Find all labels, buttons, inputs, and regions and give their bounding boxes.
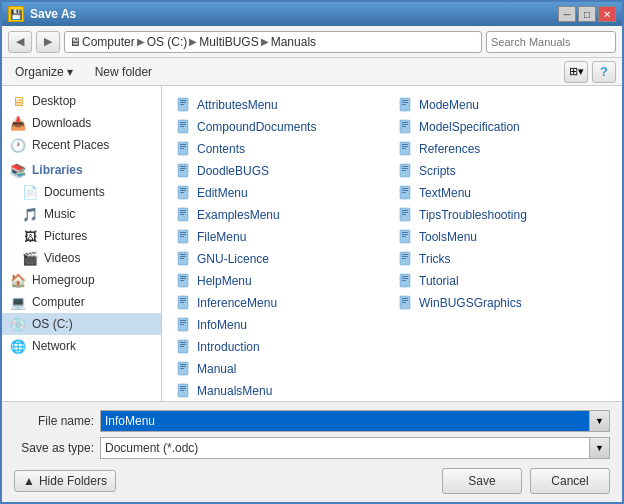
sidebar-item-recent[interactable]: 🕐 Recent Places [2, 134, 161, 156]
list-item[interactable]: InfoMenu [170, 314, 392, 336]
desktop-icon: 🖥 [10, 93, 26, 109]
filename-row: File name: ▼ [14, 410, 610, 432]
save-button[interactable]: Save [442, 468, 522, 494]
forward-button[interactable]: ▶ [36, 31, 60, 53]
minimize-button[interactable]: ─ [558, 6, 576, 22]
sidebar-item-desktop[interactable]: 🖥 Desktop [2, 90, 161, 112]
list-item[interactable]: ModeMenu [392, 94, 614, 116]
svg-rect-61 [402, 254, 408, 255]
svg-rect-3 [180, 104, 184, 105]
file-icon [176, 185, 192, 201]
file-name: ModelSpecification [419, 120, 520, 134]
list-item[interactable]: Tutorial [392, 270, 614, 292]
sidebar: 🖥 Desktop 📥 Downloads 🕐 Recent Places 📚 … [2, 86, 162, 401]
sidebar-label-computer: Computer [32, 295, 85, 309]
path-drive: OS (C:) [147, 35, 188, 49]
sidebar-item-downloads[interactable]: 📥 Downloads [2, 112, 161, 134]
file-name: Tutorial [419, 274, 459, 288]
svg-rect-26 [180, 168, 186, 169]
music-icon: 🎵 [22, 206, 38, 222]
list-item[interactable]: ModelSpecification [392, 116, 614, 138]
svg-rect-90 [180, 366, 186, 367]
organize-button[interactable]: Organize ▾ [8, 62, 80, 82]
filename-input[interactable] [100, 410, 610, 432]
savetype-dropdown-arrow[interactable]: ▼ [589, 438, 609, 458]
close-button[interactable]: ✕ [598, 6, 616, 22]
file-name: CompoundDocuments [197, 120, 316, 134]
back-button[interactable]: ◀ [8, 31, 32, 53]
maximize-button[interactable]: □ [578, 6, 596, 22]
svg-rect-81 [180, 320, 186, 321]
sidebar-item-pictures[interactable]: 🖼 Pictures [2, 225, 161, 247]
list-item[interactable]: EditMenu [170, 182, 392, 204]
list-item[interactable]: WinBUGSGraphics [392, 292, 614, 314]
path-manuals: Manuals [271, 35, 316, 49]
svg-rect-77 [402, 298, 408, 299]
list-item[interactable]: References [392, 138, 614, 160]
file-icon [176, 119, 192, 135]
list-item[interactable]: DoodleBUGS [170, 160, 392, 182]
cancel-button[interactable]: Cancel [530, 468, 610, 494]
sidebar-item-computer[interactable]: 💻 Computer [2, 291, 161, 313]
sidebar-item-homegroup[interactable]: 🏠 Homegroup [2, 269, 161, 291]
search-input[interactable] [487, 36, 624, 48]
view-options-button[interactable]: ⊞▾ [564, 61, 588, 83]
file-icon [398, 295, 414, 311]
list-item[interactable]: AttributesMenu [170, 94, 392, 116]
sidebar-item-network[interactable]: 🌐 Network [2, 335, 161, 357]
svg-rect-41 [180, 210, 186, 211]
file-icon [398, 229, 414, 245]
list-item[interactable]: HelpMenu [170, 270, 392, 292]
file-icon [398, 97, 414, 113]
list-item[interactable]: ExamplesMenu [170, 204, 392, 226]
file-icon [176, 317, 192, 333]
filename-dropdown-arrow[interactable]: ▼ [589, 411, 609, 431]
svg-rect-34 [180, 190, 186, 191]
file-icon [398, 141, 414, 157]
svg-rect-78 [402, 300, 408, 301]
svg-rect-47 [402, 214, 406, 215]
sidebar-item-osc[interactable]: 💿 OS (C:) [2, 313, 161, 335]
savetype-input[interactable] [100, 437, 610, 459]
sidebar-label-pictures: Pictures [44, 229, 87, 243]
sidebar-label-recent: Recent Places [32, 138, 109, 152]
list-item[interactable]: Contents [170, 138, 392, 160]
list-item[interactable]: Tricks [392, 248, 614, 270]
list-item[interactable]: Scripts [392, 160, 614, 182]
sidebar-item-documents[interactable]: 📄 Documents [2, 181, 161, 203]
save-as-dialog: 💾 Save As ─ □ ✕ ◀ ▶ 🖥 Computer ▶ OS (C:)… [0, 0, 624, 504]
list-item [392, 358, 614, 380]
sidebar-item-music[interactable]: 🎵 Music [2, 203, 161, 225]
svg-rect-17 [180, 144, 186, 145]
svg-rect-57 [180, 254, 186, 255]
list-item[interactable]: ToolsMenu [392, 226, 614, 248]
list-item[interactable]: TipsTroubleshooting [392, 204, 614, 226]
list-item[interactable]: TextMenu [392, 182, 614, 204]
file-name: InfoMenu [197, 318, 247, 332]
computer-icon: 💻 [10, 294, 26, 310]
sidebar-item-videos[interactable]: 🎬 Videos [2, 247, 161, 269]
file-icon [398, 185, 414, 201]
new-folder-button[interactable]: New folder [88, 62, 159, 82]
svg-rect-25 [180, 166, 186, 167]
sidebar-label-libraries: Libraries [32, 163, 83, 177]
hide-folders-button[interactable]: ▲ Hide Folders [14, 470, 116, 492]
toolbar: Organize ▾ New folder ⊞▾ ? [2, 58, 622, 86]
list-item[interactable]: GNU-Licence [170, 248, 392, 270]
list-item[interactable]: ManualsMenu [170, 380, 392, 401]
list-item[interactable]: Manual [170, 358, 392, 380]
svg-rect-95 [180, 390, 184, 391]
window-icon: 💾 [8, 6, 24, 22]
list-item[interactable]: InferenceMenu [170, 292, 392, 314]
filename-wrapper: ▼ [100, 410, 610, 432]
list-item[interactable]: FileMenu [170, 226, 392, 248]
list-item[interactable]: Introduction [170, 336, 392, 358]
file-icon [398, 207, 414, 223]
file-name: FileMenu [197, 230, 246, 244]
documents-icon: 📄 [22, 184, 38, 200]
help-button[interactable]: ? [592, 61, 616, 83]
filename-label: File name: [14, 414, 94, 428]
list-item[interactable]: CompoundDocuments [170, 116, 392, 138]
address-path[interactable]: 🖥 Computer ▶ OS (C:) ▶ MultiBUGS ▶ Manua… [64, 31, 482, 53]
savetype-label: Save as type: [14, 441, 94, 455]
